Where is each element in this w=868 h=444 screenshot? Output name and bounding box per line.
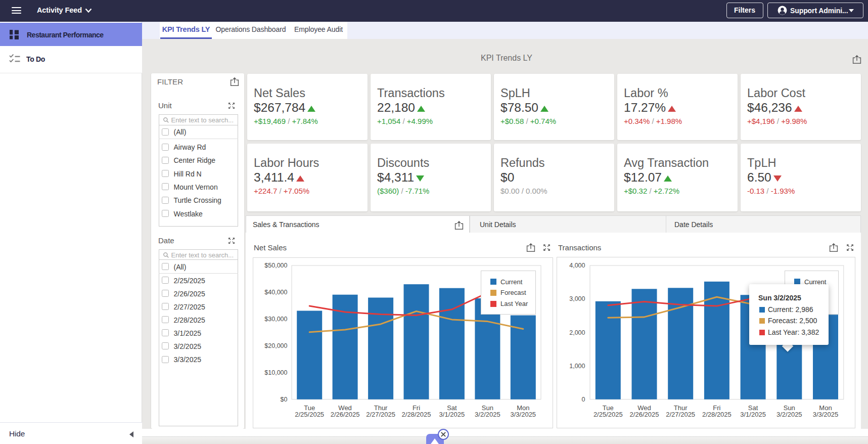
svg-text:$40,000: $40,000 [264,289,287,296]
svg-text:3/2/2025: 3/2/2025 [475,411,500,418]
svg-text:$30,000: $30,000 [264,316,287,323]
svg-text:2/26/2025: 2/26/2025 [630,411,659,418]
svg-text:2/26/2025: 2/26/2025 [331,411,360,418]
svg-text:2/27/2025: 2/27/2025 [366,411,395,418]
svg-text:$20,000: $20,000 [264,342,287,349]
svg-text:2/28/2025: 2/28/2025 [402,411,431,418]
svg-text:1,000: 1,000 [569,363,585,370]
svg-text:$10,000: $10,000 [264,369,287,376]
svg-text:3/3/2025: 3/3/2025 [510,411,536,418]
svg-text:2,000: 2,000 [569,329,585,336]
svg-text:3,000: 3,000 [569,295,585,302]
svg-text:3/3/2025: 3/3/2025 [813,411,839,418]
svg-text:4,000: 4,000 [569,262,585,269]
svg-text:0: 0 [582,396,585,403]
svg-text:3/2/2025: 3/2/2025 [776,411,802,418]
svg-text:3/1/2025: 3/1/2025 [740,411,766,418]
svg-text:3/1/2025: 3/1/2025 [439,411,465,418]
svg-text:$50,000: $50,000 [264,262,287,269]
svg-text:2/27/2025: 2/27/2025 [666,411,695,418]
svg-text:2/25/2025: 2/25/2025 [295,411,324,418]
svg-text:2/28/2025: 2/28/2025 [702,411,732,418]
svg-text:2/25/2025: 2/25/2025 [593,411,623,418]
svg-text:$0: $0 [281,396,288,403]
